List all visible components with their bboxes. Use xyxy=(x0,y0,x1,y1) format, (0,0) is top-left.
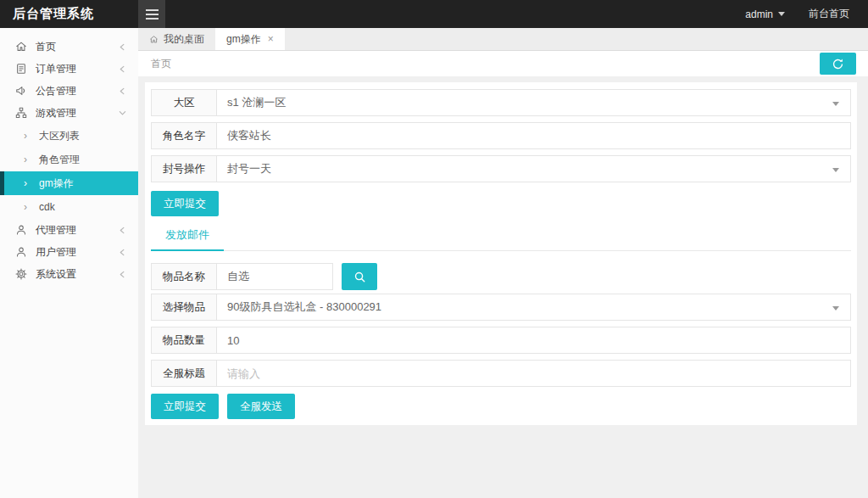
user-icon xyxy=(15,246,27,258)
sidebar-item-users[interactable]: 用户管理 xyxy=(0,241,138,263)
username: admin xyxy=(745,8,773,20)
refresh-icon xyxy=(832,58,844,70)
home-icon xyxy=(15,41,27,53)
mail-submit-button[interactable]: 立即提交 xyxy=(151,394,219,419)
sidebar-item-agents[interactable]: 代理管理 xyxy=(0,219,138,241)
order-icon xyxy=(15,63,27,75)
chevron-down-icon xyxy=(119,109,126,117)
sidebar-subitem-region-list[interactable]: › 大区列表 xyxy=(0,124,138,148)
arrow-right-icon: › xyxy=(24,201,27,213)
gm-panel: 大区 s1 沧澜一区 角色名字 封号操作 封号一天 立即提交 发放邮件 xyxy=(145,82,857,425)
mail-tabs: 发放邮件 xyxy=(151,223,851,251)
item-select-label: 选择物品 xyxy=(152,294,217,320)
dropdown-caret-icon xyxy=(832,306,839,311)
quantity-label: 物品数量 xyxy=(152,327,217,353)
region-label: 大区 xyxy=(152,90,217,115)
arrow-right-icon: › xyxy=(24,154,27,165)
arrow-right-icon: › xyxy=(24,130,27,142)
tab-send-mail[interactable]: 发放邮件 xyxy=(151,223,224,251)
server-title-label: 全服标题 xyxy=(152,361,217,386)
quantity-row: 物品数量 xyxy=(151,327,851,354)
search-icon xyxy=(353,271,366,283)
region-select[interactable]: 大区 s1 沧澜一区 xyxy=(151,89,851,116)
chevron-left-icon xyxy=(119,43,126,51)
quantity-input[interactable] xyxy=(217,327,850,353)
chevron-left-icon xyxy=(119,249,126,256)
dropdown-caret-icon xyxy=(832,102,839,106)
sidebar-subitem-gm-ops[interactable]: › gm操作 xyxy=(0,171,138,195)
tab-bar: 我的桌面 gm操作 × xyxy=(138,28,868,51)
send-all-button[interactable]: 全服发送 xyxy=(227,394,295,419)
close-icon[interactable]: × xyxy=(268,33,274,45)
sidebar-item-settings[interactable]: 系统设置 xyxy=(0,263,138,285)
server-title-input[interactable] xyxy=(217,361,850,386)
sidebar-item-announcements[interactable]: 公告管理 xyxy=(0,80,138,102)
dropdown-caret-icon xyxy=(832,168,839,172)
caret-down-icon xyxy=(778,12,785,16)
main-area: 我的桌面 gm操作 × 首页 大区 s1 沧澜一区 xyxy=(138,28,868,498)
item-search-row: 物品名称 xyxy=(151,263,851,290)
topbar: 后台管理系统 admin 前台首页 xyxy=(0,0,868,28)
breadcrumb[interactable]: 首页 xyxy=(151,57,171,71)
ban-submit-button[interactable]: 立即提交 xyxy=(151,191,219,216)
item-name-input[interactable] xyxy=(217,264,332,289)
tab-gm-ops[interactable]: gm操作 × xyxy=(215,28,285,50)
item-name-label: 物品名称 xyxy=(152,264,217,289)
ban-action-select[interactable]: 封号操作 封号一天 xyxy=(151,155,851,182)
item-select[interactable]: 选择物品 90级防具自选礼盒 - 830000291 xyxy=(151,294,851,321)
mail-buttons: 立即提交 全服发送 xyxy=(151,394,851,419)
sidebar-item-home[interactable]: 首页 xyxy=(0,36,138,58)
arrow-right-icon: › xyxy=(24,177,27,189)
settings-icon xyxy=(15,268,27,280)
role-name-input[interactable] xyxy=(217,123,850,148)
game-icon xyxy=(15,107,27,119)
sidebar: 首页 订单管理 公告管理 xyxy=(0,28,138,498)
server-title-row: 全服标题 xyxy=(151,360,851,387)
refresh-button[interactable] xyxy=(820,53,856,75)
sidebar-item-orders[interactable]: 订单管理 xyxy=(0,58,138,80)
content: 大区 s1 沧澜一区 角色名字 封号操作 封号一天 立即提交 发放邮件 xyxy=(138,76,868,498)
announcement-icon xyxy=(15,85,27,97)
sidebar-subitem-role-manage[interactable]: › 角色管理 xyxy=(0,148,138,171)
chevron-left-icon xyxy=(119,271,126,278)
chevron-left-icon xyxy=(119,227,126,234)
chevron-left-icon xyxy=(119,87,126,95)
app-title: 后台管理系统 xyxy=(0,6,138,22)
sidebar-toggle-button[interactable] xyxy=(138,0,165,28)
tab-my-desktop[interactable]: 我的桌面 xyxy=(138,28,215,50)
role-name-label: 角色名字 xyxy=(152,123,217,148)
item-search-button[interactable] xyxy=(342,263,377,290)
frontend-home-link[interactable]: 前台首页 xyxy=(809,7,849,21)
breadcrumb-bar: 首页 xyxy=(138,51,868,76)
user-menu[interactable]: admin xyxy=(745,8,785,20)
item-name-row: 物品名称 xyxy=(151,263,333,290)
agent-icon xyxy=(15,224,27,236)
chevron-left-icon xyxy=(119,65,126,73)
sidebar-item-games[interactable]: 游戏管理 xyxy=(0,102,138,124)
home-icon xyxy=(149,35,159,44)
topbar-right: admin 前台首页 xyxy=(745,7,868,21)
role-name-row: 角色名字 xyxy=(151,122,851,149)
sidebar-subitem-cdk[interactable]: › cdk xyxy=(0,195,138,219)
ban-action-label: 封号操作 xyxy=(152,156,217,182)
